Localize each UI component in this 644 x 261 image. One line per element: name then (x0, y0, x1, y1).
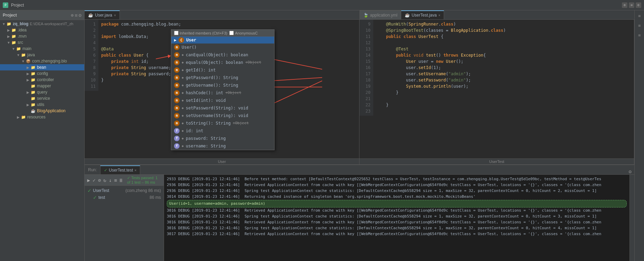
ac-checkbox-inherited[interactable]: Inherited members (Ctrl+F3) (174, 31, 227, 35)
tree-mapper[interactable]: 📁 mapper (0, 83, 84, 89)
tab-user-java-left[interactable]: ☕ User.java × (85, 10, 120, 19)
run-item-usertest[interactable]: ✓ UserTest (com.zheng 86 ms) (85, 187, 164, 194)
rt-btn-2[interactable]: ≡ (635, 21, 644, 30)
editor-panes: 1234567891011 package com.zhengqing.blog… (85, 20, 634, 164)
run-btn-play[interactable]: ▶ (87, 177, 91, 183)
tree-icon-main: 📁 (16, 46, 21, 51)
ac-item-0[interactable]: m User() (171, 44, 274, 51)
run-btn-list[interactable]: ≡ (114, 177, 118, 183)
tree-root-path: E:\IDEA-workspace\IT_zh (30, 22, 73, 26)
tab-label-yml: application.yml (370, 13, 397, 18)
bottom-tab-usertest[interactable]: ✓ UserTest.test × (100, 165, 140, 174)
ac-selected-class[interactable]: ▶ C User (171, 37, 274, 44)
sidebar-icon-3[interactable]: ⚙ (79, 12, 81, 18)
tree-label-query: query (37, 90, 47, 95)
bottom-tab-run-label[interactable]: Run: (85, 165, 100, 174)
title-btn-add[interactable]: ⊕ (622, 2, 627, 8)
ac-item-13[interactable]: f ◆ username: String (171, 142, 274, 150)
ac-item-7[interactable]: m ◆ setId(int): void (171, 97, 274, 104)
sidebar-tree: ▼ 📁 zq_blog E:\IDEA-workspace\IT_zh ▶ 📁 … (0, 20, 84, 261)
tree-src[interactable]: ▼ 📁 src (0, 39, 84, 46)
title-text: Project (11, 3, 24, 8)
ac-item-6[interactable]: m ◆ hashCode(): int ↑Object (171, 89, 274, 97)
ac-icon-method-2: m (174, 60, 180, 65)
tree-label-main: main (22, 46, 31, 51)
ac-checkbox-anon-input[interactable] (229, 31, 234, 35)
tree-resources[interactable]: ▶ 📁 resources (0, 114, 84, 120)
run-btn-list2[interactable]: ≣ (119, 177, 123, 183)
ac-item-12[interactable]: f ◆ password: String (171, 135, 274, 142)
ac-class-icon: C (179, 37, 184, 43)
tree-icon-java: 📁 (21, 52, 26, 58)
title-btn-settings[interactable]: ⚙ (636, 2, 641, 8)
tree-icon-service: 📁 (30, 96, 36, 101)
ac-mod-12: ◆ (182, 135, 184, 142)
sidebar-icon-1[interactable]: ⊕ (71, 12, 74, 18)
ac-checkbox-anon[interactable]: AnonymousC (229, 31, 258, 35)
editor-area: ☕ User.java × 🍃 application.yml ☕ UserTe… (85, 10, 634, 164)
ac-item-8[interactable]: m ◆ setPassword(String): void (171, 104, 274, 112)
ac-icon-field-13: f (174, 143, 180, 149)
console-line-8: 3017 DEBUG [2019-01-23 12:41:46] Retriev… (167, 231, 627, 237)
tree-query[interactable]: ▶ 📁 query (0, 89, 84, 95)
run-btn-rerun[interactable]: ↻ (103, 177, 107, 183)
tree-package[interactable]: ▼ 📦 com.zhengqing.blo (0, 58, 84, 64)
autocomplete-header: Inherited members (Ctrl+F3) AnonymousC (171, 30, 274, 37)
tree-blogapp[interactable]: ☕ BlogApplication (0, 108, 84, 114)
main-layout: Project ⊕ ≡ ⚙ ▼ 📁 zq_blog E:\IDEA-worksp… (0, 10, 644, 261)
tree-controller[interactable]: ▶ 📁 controller (0, 77, 84, 83)
ac-item-5[interactable]: m ◆ getUsername(): String (171, 81, 274, 89)
tree-bean[interactable]: ▶ 📁 bean (0, 64, 84, 70)
tree-main[interactable]: ▼ 📁 main (0, 46, 84, 52)
title-btn-layout[interactable]: ≡ (629, 2, 634, 8)
ac-icon-method-10: m (174, 120, 180, 126)
tab-label-left: User.java (95, 13, 112, 18)
run-console[interactable]: 2933 DEBUG [2019-01-23 12:41:46] Before … (164, 175, 629, 261)
tree-utils[interactable]: ▶ 📁 utils (0, 102, 84, 108)
ac-mod-6: ◆ (182, 90, 184, 96)
tab-close-usertest[interactable]: × (439, 13, 441, 17)
ac-item-1[interactable]: m ◆ canEqual(Object): boolean (171, 51, 274, 59)
tree-config[interactable]: ▶ 📁 config (0, 70, 84, 77)
tree-java[interactable]: ▼ 📁 java (0, 52, 84, 58)
run-btn-stop[interactable]: ⊘ (97, 177, 102, 183)
ac-item-11[interactable]: f ◆ id: int (171, 127, 274, 135)
ac-class-arrow: ▶ (174, 38, 176, 42)
run-tree: ✓ UserTest (com.zheng 86 ms) ✓ test 86 m… (85, 186, 164, 261)
ac-mod-8: ◆ (182, 105, 184, 111)
ac-label-13: username: String (186, 143, 226, 149)
rt-btn-3[interactable]: ≡ (635, 31, 644, 39)
ac-checkbox-inherited-input[interactable] (174, 31, 179, 35)
ac-header-row: Inherited members (Ctrl+F3) AnonymousC (174, 31, 271, 35)
sidebar-icon-2[interactable]: ≡ (75, 12, 77, 18)
ac-item-10[interactable]: m ◆ toString(): String ↑Object (171, 119, 274, 127)
settings-gear-icon[interactable]: ⚙ (629, 169, 632, 174)
bottom-settings[interactable]: ⚙ (629, 169, 634, 174)
autocomplete-popup[interactable]: Inherited members (Ctrl+F3) AnonymousC ▶… (171, 29, 275, 150)
run-btn-check[interactable]: ✓ (92, 177, 96, 183)
ac-item-3[interactable]: m ◆ getId(): int (171, 66, 274, 74)
ac-item-9[interactable]: m ◆ setUsername(String): void (171, 112, 274, 119)
tree-root[interactable]: ▼ 📁 zq_blog E:\IDEA-workspace\IT_zh (0, 21, 84, 27)
tree-label-utils: utils (37, 102, 44, 107)
ac-label-10: toString(): String (186, 120, 231, 126)
right-code-area[interactable]: 91011121314151617181920212223 @RunWith(S… (359, 20, 634, 158)
autocomplete-list[interactable]: m User() m ◆ canEqual(Object): boolean m (171, 44, 274, 150)
tab-close-left[interactable]: × (114, 13, 116, 17)
run-time-test: 86 ms (150, 195, 161, 200)
tree-mvn[interactable]: ▶ 📁 .mvn (0, 33, 84, 39)
ac-label-0: User() (182, 44, 196, 50)
run-item-test[interactable]: ✓ test 86 ms (85, 194, 164, 201)
tab-usertest-java[interactable]: ☕ UserTest.java × (401, 10, 444, 19)
ac-item-4[interactable]: m ◆ getPassword(): String (171, 74, 274, 81)
tree-idea[interactable]: ▶ 📁 .idea (0, 27, 84, 33)
tree-service[interactable]: 📁 service (0, 95, 84, 102)
tree-arrow-idea: ▶ (6, 28, 11, 32)
bottom-tab-close[interactable]: × (134, 168, 136, 172)
bottom-tabs: Run: ✓ UserTest.test × ⚙ (85, 165, 634, 175)
rt-btn-1[interactable]: ≡ (635, 12, 644, 20)
tab-application-yml[interactable]: 🍃 application.yml (360, 10, 401, 19)
ac-label-4: getPassword(): String (186, 75, 238, 81)
ac-item-2[interactable]: m ◆ equals(Object): boolean ↑Object (171, 59, 274, 66)
run-btn-down[interactable]: ↓ (108, 177, 112, 183)
